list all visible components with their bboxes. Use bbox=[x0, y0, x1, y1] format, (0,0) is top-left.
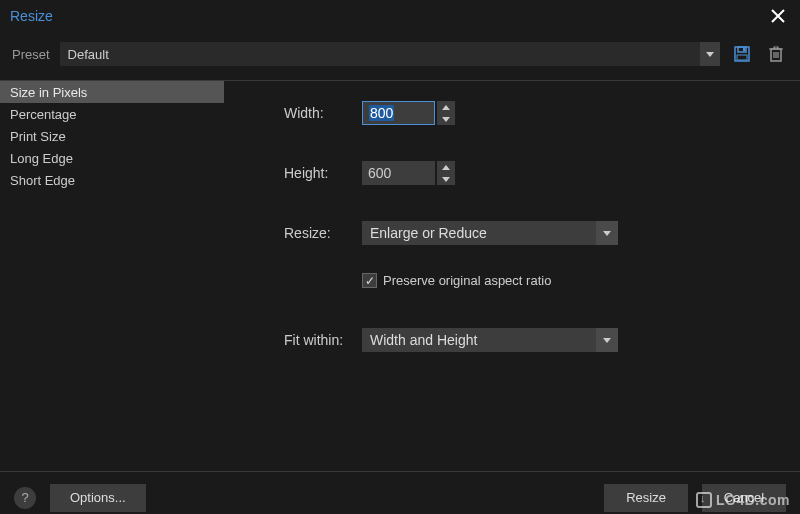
aspect-row: ✓ Preserve original aspect ratio bbox=[362, 273, 770, 288]
close-button[interactable] bbox=[766, 4, 790, 28]
sidebar-item-long-edge[interactable]: Long Edge bbox=[0, 147, 224, 169]
fitwithin-select[interactable]: Width and Height bbox=[362, 328, 618, 352]
sidebar-item-label: Short Edge bbox=[10, 173, 75, 188]
width-label: Width: bbox=[284, 105, 362, 121]
body-area: Size in Pixels Percentage Print Size Lon… bbox=[0, 81, 800, 471]
sidebar-item-label: Print Size bbox=[10, 129, 66, 144]
form-area: Width: 800 Height: 600 Resize: Enlarge o… bbox=[224, 81, 800, 471]
sidebar-item-percentage[interactable]: Percentage bbox=[0, 103, 224, 125]
width-row: Width: 800 bbox=[284, 101, 770, 125]
fitwithin-row: Fit within: Width and Height bbox=[284, 328, 770, 352]
close-icon bbox=[771, 9, 785, 23]
sidebar-item-size-in-pixels[interactable]: Size in Pixels bbox=[0, 81, 224, 103]
chevron-down-icon bbox=[700, 42, 720, 66]
width-spinner bbox=[437, 101, 455, 125]
svg-rect-2 bbox=[743, 48, 745, 51]
aspect-label: Preserve original aspect ratio bbox=[383, 273, 551, 288]
width-step-down[interactable] bbox=[437, 113, 455, 125]
aspect-checkbox[interactable]: ✓ bbox=[362, 273, 377, 288]
help-button[interactable]: ? bbox=[14, 487, 36, 509]
height-spinner bbox=[437, 161, 455, 185]
trash-icon bbox=[768, 45, 784, 63]
width-input[interactable]: 800 bbox=[362, 101, 435, 125]
chevron-down-icon bbox=[442, 117, 450, 122]
save-preset-button[interactable] bbox=[730, 42, 754, 66]
help-icon: ? bbox=[21, 490, 28, 505]
chevron-up-icon bbox=[442, 105, 450, 110]
height-row: Height: 600 bbox=[284, 161, 770, 185]
chevron-down-icon bbox=[596, 328, 618, 352]
resize-select[interactable]: Enlarge or Reduce bbox=[362, 221, 618, 245]
resize-button[interactable]: Resize bbox=[604, 484, 688, 512]
preset-value: Default bbox=[68, 47, 109, 62]
resize-row: Resize: Enlarge or Reduce bbox=[284, 221, 770, 245]
delete-preset-button[interactable] bbox=[764, 42, 788, 66]
sidebar-item-label: Size in Pixels bbox=[10, 85, 87, 100]
footer: ? Options... Resize Cancel bbox=[0, 471, 800, 514]
preset-select[interactable]: Default bbox=[60, 42, 720, 66]
fitwithin-label: Fit within: bbox=[284, 332, 362, 348]
resize-value: Enlarge or Reduce bbox=[370, 225, 487, 241]
sidebar-item-label: Percentage bbox=[10, 107, 77, 122]
height-input[interactable]: 600 bbox=[362, 161, 435, 185]
width-value: 800 bbox=[369, 105, 394, 121]
height-step-up[interactable] bbox=[437, 161, 455, 173]
height-value: 600 bbox=[368, 165, 391, 181]
resize-label: Resize: bbox=[284, 225, 362, 241]
fitwithin-value: Width and Height bbox=[370, 332, 477, 348]
chevron-down-icon bbox=[442, 177, 450, 182]
save-icon bbox=[733, 45, 751, 63]
titlebar: Resize bbox=[0, 0, 800, 32]
height-label: Height: bbox=[284, 165, 362, 181]
height-step-down[interactable] bbox=[437, 173, 455, 185]
sidebar: Size in Pixels Percentage Print Size Lon… bbox=[0, 81, 224, 471]
sidebar-item-print-size[interactable]: Print Size bbox=[0, 125, 224, 147]
preset-label: Preset bbox=[12, 47, 50, 62]
preset-row: Preset Default bbox=[0, 32, 800, 81]
sidebar-item-label: Long Edge bbox=[10, 151, 73, 166]
options-button[interactable]: Options... bbox=[50, 484, 146, 512]
width-step-up[interactable] bbox=[437, 101, 455, 113]
chevron-up-icon bbox=[442, 165, 450, 170]
chevron-down-icon bbox=[596, 221, 618, 245]
check-icon: ✓ bbox=[365, 275, 375, 287]
cancel-button[interactable]: Cancel bbox=[702, 484, 786, 512]
sidebar-item-short-edge[interactable]: Short Edge bbox=[0, 169, 224, 191]
window-title: Resize bbox=[10, 8, 53, 24]
svg-rect-3 bbox=[737, 55, 747, 60]
